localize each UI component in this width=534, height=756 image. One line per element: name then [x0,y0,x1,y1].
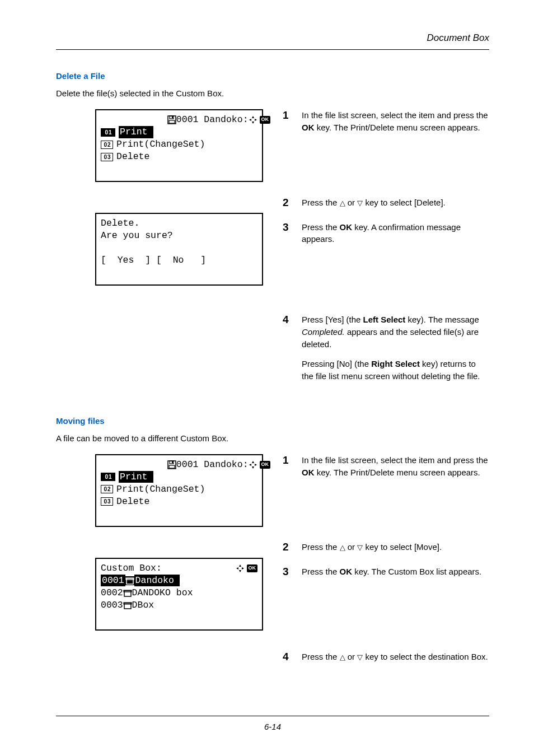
mstep4-b: or [345,652,358,661]
box-icon [123,601,132,610]
svg-marker-5 [252,122,254,124]
mstep2-a: Press the [302,542,340,552]
floppy-icon [167,115,176,124]
svg-marker-7 [255,119,257,121]
row1-num: 0 1 [101,128,115,137]
cb1-name: Dandoko [134,575,180,586]
svg-marker-16 [239,564,241,567]
dpad-icon [236,564,245,573]
delete-file-columns: 0001 Dandoko: OK 0 1Print 0 2Print(Chang… [56,109,489,395]
mstep3-num: 3 [283,566,302,578]
row1-label: Print [119,126,153,138]
delete-steps: 1 In the file list screen, select the it… [271,109,489,395]
page-footer: 6-14 [56,716,489,731]
page-header: Document Box [56,32,489,48]
confirm-line2: Are you sure? [101,230,257,242]
moving-files-intro: A file can be moved to a different Custo… [56,433,489,443]
step3-a: Press the [302,222,340,232]
dpad-icon [249,460,257,469]
step2-a: Press the [302,198,340,207]
page-number: 6-14 [56,722,489,731]
svg-rect-2 [172,116,173,118]
delete-file-heading: Delete a File [56,71,489,81]
lcd-print-menu-2: 0001 Dandoko: OK 0 1Print 0 2Print(Chang… [95,454,263,527]
mstep4-a: Press the [302,652,340,661]
step2-num: 2 [283,197,302,209]
up-triangle-icon: △ [340,198,345,207]
svg-rect-11 [169,465,175,468]
mstep2-b: or [345,542,358,552]
box-icon [125,576,134,585]
cb2-id: 0002 [101,587,123,599]
moving-files-heading: Moving files [56,416,489,426]
step4-p2a: Pressing [No] (the [302,359,371,368]
ok-icon: OK [260,461,271,469]
moving-files-columns: 0001 Dandoko: OK 0 1Print 0 2Print(Chang… [56,454,489,676]
step1-num: 1 [283,109,302,122]
lcd-custom-box-list: Custom Box: OK 0001Dandoko 0002DANDOKO b… [95,558,263,631]
step1-key: OK [302,123,315,132]
m-row3-num: 0 3 [101,497,113,506]
svg-marker-18 [236,567,238,570]
down-triangle-icon: ▽ [357,653,363,661]
mstep2-c: key to select [Move]. [363,542,442,552]
footer-rule [56,716,489,716]
cb-title: Custom Box: [101,562,162,574]
ok-icon: OK [260,116,271,124]
lcd-column: 0001 Dandoko: OK 0 1Print 0 2Print(Chang… [56,109,271,302]
mstep1-a: In the file list screen, select the item… [302,455,488,465]
step4-p1b: key). The message [405,315,479,324]
lcd-nav-icons: OK [236,564,258,573]
header-rule [56,49,489,50]
up-triangle-icon: △ [340,653,345,661]
lcd-confirm-delete: Delete. Are you sure? [ Yes ] [ No ] [95,213,263,286]
mstep4-num: 4 [283,651,302,663]
m-row1-label: Print [119,471,153,483]
lcd-nav-icons: OK [249,115,271,124]
step2-c: key to select [Delete]. [363,198,446,207]
mstep1-key: OK [302,468,315,477]
dpad-icon [249,115,257,124]
step4-num: 4 [283,314,302,326]
svg-marker-14 [249,464,251,466]
mstep1-num: 1 [283,454,302,466]
cb3-name: DBox [132,599,154,611]
m-row3-label: Delete [116,496,149,507]
moving-steps: 1 In the file list screen, select the it… [271,454,489,676]
svg-marker-17 [239,570,241,572]
row3-num: 0 3 [101,153,113,161]
step3-key: OK [340,222,353,232]
svg-marker-4 [252,116,254,118]
svg-marker-13 [252,466,254,469]
down-triangle-icon: ▽ [357,543,363,552]
floppy-icon [167,460,176,469]
row2-num: 0 2 [101,141,113,149]
cb2-name: DANDOKO box [132,587,193,599]
mstep3-a: Press the [302,567,340,576]
lcd2-title: 0001 Dandoko: [176,459,249,470]
mstep4-c: key to select the destination Box. [363,652,488,661]
cb1-id: 0001 [101,575,125,586]
box-icon [123,589,132,598]
confirm-buttons: [ Yes ] [ No ] [101,254,257,267]
step1-a: In the file list screen, select the item… [302,110,488,120]
svg-marker-19 [242,567,244,570]
lcd-title: 0001 Dandoko: [176,114,249,125]
step4-p1i: Completed. [302,327,345,337]
m-row1-num: 0 1 [101,473,115,481]
svg-rect-3 [169,120,175,123]
step4-p1a: Press [Yes] (the [302,315,363,324]
step2-b: or [345,198,358,207]
m-row2-label: Print(ChangeSet) [116,483,205,495]
ok-icon: OK [247,564,258,572]
lcd-nav-icons: OK [249,460,271,469]
row2-label: Print(ChangeSet) [116,138,205,150]
lcd-print-menu: 0001 Dandoko: OK 0 1Print 0 2Print(Chang… [95,109,263,182]
svg-marker-15 [255,464,257,466]
lcd-column-2: 0001 Dandoko: OK 0 1Print 0 2Print(Chang… [56,454,271,647]
mstep3-key: OK [340,567,353,576]
svg-marker-6 [249,119,251,121]
row3-label: Delete [116,151,149,162]
up-triangle-icon: △ [340,543,345,552]
mstep1-b: key. The Print/Delete menu screen appear… [315,468,480,477]
